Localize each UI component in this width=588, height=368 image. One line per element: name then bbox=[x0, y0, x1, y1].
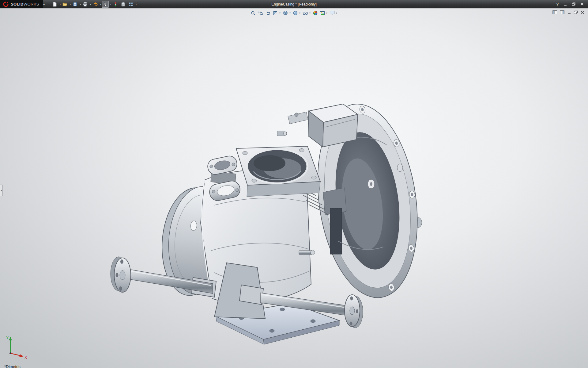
file-properties-button[interactable] bbox=[120, 1, 126, 8]
open-button[interactable] bbox=[62, 1, 68, 8]
window-controls: ? bbox=[556, 2, 588, 6]
open-folder-icon bbox=[62, 2, 67, 7]
window-title: EngineCasing * [Read-only] bbox=[271, 2, 316, 6]
close-button[interactable] bbox=[580, 2, 584, 6]
select-button[interactable] bbox=[102, 1, 109, 8]
solidworks-logo: SOLIDWORKS bbox=[0, 0, 43, 8]
file-properties-icon bbox=[121, 2, 126, 7]
titlebar: SOLIDWORKS ▸ ▾ ▾ ▾ bbox=[0, 0, 588, 8]
quick-toolbar: ▾ ▾ ▾ ▾ ▾ bbox=[51, 1, 137, 8]
undo-icon bbox=[93, 2, 98, 7]
print-icon bbox=[83, 2, 88, 7]
minimize-icon bbox=[564, 2, 567, 6]
restore-icon bbox=[572, 2, 575, 6]
save-button[interactable] bbox=[72, 1, 78, 8]
save-icon bbox=[73, 2, 77, 7]
undo-button[interactable] bbox=[92, 1, 99, 8]
help-button[interactable]: ? bbox=[556, 2, 559, 6]
top-cover-bracket[interactable] bbox=[277, 104, 358, 147]
save-caret-icon[interactable]: ▾ bbox=[80, 3, 81, 6]
triad-y-label: Y bbox=[6, 336, 9, 340]
new-caret-icon[interactable]: ▾ bbox=[59, 3, 61, 6]
options-grid-icon bbox=[128, 2, 133, 7]
selection-filter-button[interactable] bbox=[112, 1, 119, 8]
print-button[interactable] bbox=[82, 1, 89, 8]
dassault-systemes-icon bbox=[2, 2, 9, 7]
triad-x-label: X bbox=[24, 355, 27, 360]
graphics-area[interactable]: ▾ ▾ ▾ ▾ bbox=[0, 8, 588, 368]
new-document-button[interactable] bbox=[51, 1, 58, 8]
engine-casing-model[interactable] bbox=[0, 8, 588, 368]
menu-expander-icon[interactable]: ▸ bbox=[43, 3, 45, 6]
select-caret-icon[interactable]: ▾ bbox=[110, 3, 111, 6]
undo-caret-icon[interactable]: ▾ bbox=[100, 3, 101, 6]
minimize-button[interactable] bbox=[564, 2, 567, 6]
close-icon bbox=[580, 2, 584, 6]
side-pin[interactable] bbox=[299, 250, 315, 255]
restore-button[interactable] bbox=[572, 2, 575, 6]
options-button[interactable] bbox=[127, 1, 134, 8]
print-caret-icon[interactable]: ▾ bbox=[90, 3, 91, 6]
select-cursor-icon bbox=[103, 2, 108, 7]
selection-filter-icon bbox=[113, 2, 118, 7]
brand-text: SOLIDWORKS bbox=[11, 2, 39, 6]
open-caret-icon[interactable]: ▾ bbox=[70, 3, 71, 6]
view-orientation-label: *Dimetric bbox=[4, 364, 21, 368]
options-caret-icon[interactable]: ▾ bbox=[135, 3, 137, 6]
new-document-icon bbox=[52, 2, 57, 7]
cylinder-bore-platform[interactable] bbox=[236, 146, 320, 197]
coordinate-triad: Y X bbox=[5, 333, 32, 361]
